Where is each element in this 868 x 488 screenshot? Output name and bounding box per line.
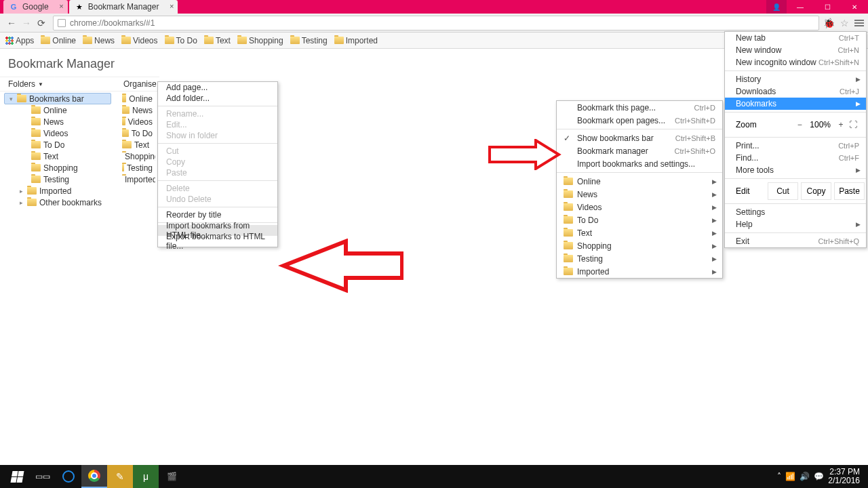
menu-folder-online[interactable]: Online▶: [557, 175, 722, 188]
menu-bookmark-open-pages[interactable]: Bookmark open pages...Ctrl+Shift+D: [557, 114, 722, 127]
menu-cut[interactable]: Cut: [768, 182, 798, 200]
menu-bookmark-this-page[interactable]: Bookmark this page...Ctrl+D: [557, 101, 722, 114]
extension-icon[interactable]: 🐞: [823, 18, 835, 28]
reload-button[interactable]: ⟳: [34, 16, 49, 30]
menu-history[interactable]: History▶: [725, 73, 866, 85]
list-item[interactable]: Text: [119, 139, 155, 150]
menu-new-tab[interactable]: New tabCtrl+T: [725, 32, 866, 44]
menu-help[interactable]: Help▶: [725, 218, 866, 230]
star-icon[interactable]: ☆: [840, 18, 849, 28]
tree-item[interactable]: To Do: [4, 139, 111, 150]
bm-videos[interactable]: Videos: [121, 36, 157, 45]
menu-folder-imported[interactable]: Imported▶: [557, 265, 722, 278]
chevron-down-icon: ▼: [38, 81, 43, 87]
menu-new-window[interactable]: New windowCtrl+N: [725, 44, 866, 56]
tree-bookmarks-bar[interactable]: ▾ Bookmarks bar: [4, 93, 111, 104]
menu-exit[interactable]: ExitCtrl+Shift+Q: [725, 235, 866, 247]
tab-bookmark-manager[interactable]: ★ Bookmark Manager ×: [69, 0, 178, 14]
tree-item[interactable]: News: [4, 116, 111, 127]
chrome-icon[interactable]: [81, 465, 107, 488]
menu-folder-shopping[interactable]: Shopping▶: [557, 239, 722, 252]
menu-add-folder[interactable]: Add folder...: [158, 93, 277, 104]
menu-folder-testing[interactable]: Testing▶: [557, 252, 722, 265]
menu-folder-todo[interactable]: To Do▶: [557, 214, 722, 226]
bm-todo[interactable]: To Do: [165, 36, 197, 45]
menu-folder-text[interactable]: Text▶: [557, 226, 722, 239]
start-button[interactable]: [4, 465, 30, 488]
menu-bookmark-manager[interactable]: Bookmark managerCtrl+Shift+O: [557, 144, 722, 157]
maximize-button[interactable]: ☐: [814, 0, 841, 14]
menu-bookmarks[interactable]: Bookmarks▶: [725, 98, 866, 110]
bm-news[interactable]: News: [83, 36, 115, 45]
folder-icon: [41, 37, 50, 44]
menu-settings[interactable]: Settings: [725, 206, 866, 218]
list-item[interactable]: To Do: [119, 127, 155, 139]
menu-more-tools[interactable]: More tools▶: [725, 164, 866, 176]
menu-downloads[interactable]: DownloadsCtrl+J: [725, 85, 866, 98]
menu-folder-news[interactable]: News▶: [557, 188, 722, 201]
expand-icon[interactable]: ▸: [18, 199, 24, 206]
list-item[interactable]: Videos: [119, 116, 155, 127]
menu-export-html[interactable]: Export bookmarks to HTML file...: [158, 236, 277, 247]
close-button[interactable]: ✕: [841, 0, 868, 14]
menu-print[interactable]: Print...Ctrl+P: [725, 140, 866, 152]
tray-volume-icon[interactable]: 🔊: [800, 472, 810, 481]
menu-new-incognito[interactable]: New incognito windowCtrl+Shift+N: [725, 56, 866, 68]
menu-reorder[interactable]: Reorder by title: [158, 209, 277, 220]
menu-add-page[interactable]: Add page...: [158, 82, 277, 93]
fullscreen-button[interactable]: ⛶: [847, 120, 859, 129]
edge-icon[interactable]: [56, 465, 81, 488]
list-item[interactable]: Shopping: [119, 150, 155, 162]
close-icon[interactable]: ×: [170, 2, 174, 10]
bm-online[interactable]: Online: [41, 36, 76, 45]
list-item[interactable]: Imported: [119, 174, 155, 185]
tree-item[interactable]: ▸Imported: [4, 185, 111, 197]
menu-show-bookmarks-bar[interactable]: ✓Show bookmarks barCtrl+Shift+B: [557, 131, 722, 144]
app-icon[interactable]: 🎬: [159, 465, 184, 488]
zoom-out-button[interactable]: −: [793, 120, 806, 129]
back-button[interactable]: ←: [4, 16, 19, 30]
zoom-in-button[interactable]: +: [835, 120, 847, 129]
apps-button[interactable]: Apps: [5, 36, 34, 45]
app-icon[interactable]: μ: [133, 465, 159, 488]
tray-chevron-icon[interactable]: ˄: [777, 472, 781, 481]
collapse-icon[interactable]: ▾: [7, 96, 14, 102]
app-icon[interactable]: ✎: [107, 465, 133, 488]
menu-copy[interactable]: Copy: [801, 182, 831, 200]
tree-item[interactable]: Shopping: [4, 162, 111, 174]
tree-other-bookmarks[interactable]: ▸Other bookmarks: [4, 197, 111, 208]
forward-button[interactable]: →: [19, 16, 34, 30]
menu-edit-label: Edit: [726, 182, 765, 200]
tab-google[interactable]: G Google ×: [3, 0, 68, 14]
bm-shopping[interactable]: Shopping: [237, 36, 283, 45]
folder-icon: [31, 141, 41, 148]
folder-icon: [564, 178, 573, 185]
close-icon[interactable]: ×: [59, 2, 63, 10]
list-item[interactable]: Online: [119, 93, 155, 104]
bm-testing[interactable]: Testing: [290, 36, 328, 45]
tree-item[interactable]: Text: [4, 150, 111, 162]
menu-import-bookmarks[interactable]: Import bookmarks and settings...: [557, 157, 722, 170]
menu-paste[interactable]: Paste: [834, 182, 865, 200]
list-item[interactable]: Testing: [119, 162, 155, 174]
tree-item[interactable]: Videos: [4, 127, 111, 139]
main-menu-button[interactable]: [854, 18, 864, 28]
profile-icon[interactable]: 👤: [766, 0, 787, 14]
organise-header[interactable]: Organise▼: [115, 77, 159, 92]
minimize-button[interactable]: —: [787, 0, 814, 14]
tray-notifications-icon[interactable]: 💬: [814, 472, 824, 481]
tree-item[interactable]: Online: [4, 104, 111, 116]
list-item[interactable]: News: [119, 104, 155, 116]
tray-network-icon[interactable]: 📶: [785, 472, 795, 481]
bm-text[interactable]: Text: [204, 36, 231, 45]
menu-find[interactable]: Find...Ctrl+F: [725, 152, 866, 164]
folders-header[interactable]: Folders▼: [0, 77, 115, 92]
system-clock[interactable]: 2:37 PM 2/1/2016: [828, 468, 864, 485]
task-view-button[interactable]: ▭▭: [30, 465, 56, 488]
tree-item[interactable]: Testing: [4, 174, 111, 185]
folder-icon: [27, 199, 37, 206]
menu-folder-videos[interactable]: Videos▶: [557, 201, 722, 214]
expand-icon[interactable]: ▸: [18, 188, 24, 195]
bm-imported[interactable]: Imported: [334, 36, 378, 45]
address-bar[interactable]: chrome://bookmarks/#1: [53, 16, 819, 30]
